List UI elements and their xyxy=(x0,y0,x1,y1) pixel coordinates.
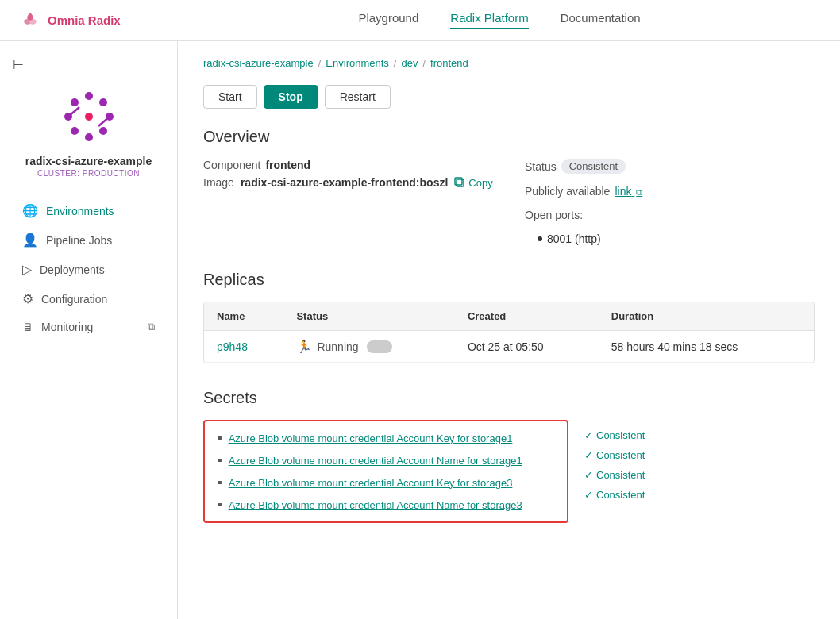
nav-radix-platform[interactable]: Radix Platform xyxy=(450,11,528,29)
secret-bullet: ▪ xyxy=(218,453,222,467)
image-value: radix-csi-azure-example-frontend:boszl xyxy=(241,176,448,189)
start-button[interactable]: Start xyxy=(203,85,257,109)
replica-duration: 58 hours 40 mins 18 secs xyxy=(599,331,814,363)
secrets-box: ▪ Azure Blob volume mount credential Acc… xyxy=(203,420,568,523)
overview-left: Component frontend Image radix-csi-azure… xyxy=(203,159,493,245)
overview-right: Status Consistent Publicly available lin… xyxy=(525,159,815,245)
svg-point-4 xyxy=(85,113,93,121)
copy-button[interactable]: Copy xyxy=(454,177,492,189)
table-header-row: Name Status Created Duration xyxy=(204,302,814,331)
check-icon: ✓ xyxy=(584,449,593,461)
secrets-section: Secrets ▪ Azure Blob volume mount creden… xyxy=(203,389,815,523)
component-row: Component frontend xyxy=(203,159,493,171)
sidebar-item-deployments[interactable]: ▷ Deployments xyxy=(13,256,164,283)
breadcrumb: radix-csi-azure-example / Environments /… xyxy=(203,57,815,69)
sidebar-item-environments[interactable]: 🌐 Environments xyxy=(13,197,164,225)
port-item: 8001 (http) xyxy=(538,233,815,245)
sidebar-app-name: radix-csi-azure-example xyxy=(25,155,152,167)
image-row: Image radix-csi-azure-example-frontend:b… xyxy=(203,176,493,189)
external-icon: ⧉ xyxy=(636,187,642,197)
component-label: Component xyxy=(203,159,260,171)
replicas-table-container: Name Status Created Duration p9h48 🏃 Run… xyxy=(203,302,815,363)
svg-point-7 xyxy=(85,133,93,141)
secrets-title: Secrets xyxy=(203,389,815,407)
replica-status: 🏃 Running xyxy=(296,339,441,354)
replica-name-link[interactable]: p9h48 xyxy=(217,340,248,353)
secret-status: ✓ Consistent xyxy=(584,489,645,501)
consistent-label: Consistent xyxy=(596,469,645,481)
publicly-available-link[interactable]: link ⧉ xyxy=(615,185,642,198)
check-icon: ✓ xyxy=(584,469,593,481)
check-icon: ✓ xyxy=(584,489,593,501)
restart-button[interactable]: Restart xyxy=(325,85,391,109)
layout: ⊢ radix-csi-azure-example CLUSTER: PRODU… xyxy=(0,41,840,619)
svg-line-10 xyxy=(98,117,110,126)
stop-button[interactable]: Stop xyxy=(264,85,318,109)
component-value: frontend xyxy=(265,159,310,171)
main-nav: Playground Radix Platform Documentation xyxy=(178,11,821,29)
svg-point-8 xyxy=(99,127,107,135)
col-name: Name xyxy=(204,302,283,331)
svg-point-6 xyxy=(71,127,79,135)
secret-link[interactable]: Azure Blob volume mount credential Accou… xyxy=(229,477,513,489)
breadcrumb-frontend: frontend xyxy=(430,57,468,69)
overview-title: Overview xyxy=(203,128,815,146)
svg-line-9 xyxy=(68,107,79,117)
breadcrumb-environments[interactable]: Environments xyxy=(326,57,388,69)
sidebar-app-info: radix-csi-azure-example CLUSTER: PRODUCT… xyxy=(25,85,152,178)
replicas-section: Replicas Name Status Created Duration p9… xyxy=(203,271,815,363)
replicas-title: Replicas xyxy=(203,271,815,289)
secret-row: ▪ Azure Blob volume mount credential Acc… xyxy=(218,498,554,512)
external-link-icon: ⧉ xyxy=(148,321,155,333)
secret-link[interactable]: Azure Blob volume mount credential Accou… xyxy=(229,455,522,467)
sidebar-nav: 🌐 Environments 👤 Pipeline Jobs ▷ Deploym… xyxy=(13,197,164,340)
secret-status: ✓ Consistent xyxy=(584,469,645,481)
sidebar: ⊢ radix-csi-azure-example CLUSTER: PRODU… xyxy=(0,41,178,619)
replica-created: Oct 25 at 05:50 xyxy=(455,331,599,363)
breadcrumb-app[interactable]: radix-csi-azure-example xyxy=(203,57,314,69)
port-value: 8001 (http) xyxy=(547,233,601,245)
open-ports-row: Open ports: xyxy=(525,209,815,221)
nav-playground[interactable]: Playground xyxy=(358,11,418,29)
svg-point-2 xyxy=(99,98,107,106)
deployments-icon: ▷ xyxy=(22,262,32,277)
secret-bullet: ▪ xyxy=(218,475,222,490)
secret-row: ▪ Azure Blob volume mount credential Acc… xyxy=(218,475,554,490)
consistent-label: Consistent xyxy=(596,429,645,441)
sidebar-item-configuration[interactable]: ⚙ Configuration xyxy=(13,285,164,313)
status-row: Status Consistent xyxy=(525,159,815,174)
breadcrumb-dev[interactable]: dev xyxy=(401,57,418,69)
port-bullet xyxy=(538,236,542,241)
publicly-available-label: Publicly available xyxy=(525,185,610,198)
running-toggle[interactable] xyxy=(367,340,392,353)
secret-bullet: ▪ xyxy=(218,431,222,445)
nav-documentation[interactable]: Documentation xyxy=(561,11,641,29)
status-label: Status xyxy=(525,160,557,173)
publicly-available-row: Publicly available link ⧉ xyxy=(525,185,815,198)
consistent-label: Consistent xyxy=(596,449,645,461)
consistent-label: Consistent xyxy=(596,489,645,501)
svg-point-1 xyxy=(85,92,93,100)
secret-link[interactable]: Azure Blob volume mount credential Accou… xyxy=(229,499,522,511)
sidebar-item-pipeline-jobs[interactable]: 👤 Pipeline Jobs xyxy=(13,226,164,254)
table-row: p9h48 🏃 Running Oct 25 at 05:50 58 hours… xyxy=(204,331,814,363)
open-ports-label: Open ports: xyxy=(525,209,583,221)
image-label: Image xyxy=(203,176,234,189)
globe-icon: 🌐 xyxy=(22,203,38,218)
monitoring-icon: 🖥 xyxy=(22,321,33,333)
secret-row: ▪ Azure Blob volume mount credential Acc… xyxy=(218,431,554,445)
secrets-wrapper: ▪ Azure Blob volume mount credential Acc… xyxy=(203,420,815,523)
main-content: radix-csi-azure-example / Environments /… xyxy=(178,41,840,619)
logo: Omnia Radix xyxy=(19,10,178,32)
header: Omnia Radix Playground Radix Platform Do… xyxy=(0,0,840,41)
secret-bullet: ▪ xyxy=(218,498,222,512)
sidebar-item-monitoring[interactable]: 🖥 Monitoring ⧉ xyxy=(13,314,164,340)
collapse-button[interactable]: ⊢ xyxy=(13,57,24,72)
col-status: Status xyxy=(283,302,454,331)
svg-point-0 xyxy=(71,98,79,106)
col-created: Created xyxy=(455,302,599,331)
secret-link[interactable]: Azure Blob volume mount credential Accou… xyxy=(229,433,513,444)
logo-text: Omnia Radix xyxy=(48,13,121,27)
check-icon: ✓ xyxy=(584,429,593,441)
secrets-status-col: ✓ Consistent✓ Consistent✓ Consistent✓ Co… xyxy=(584,420,645,501)
